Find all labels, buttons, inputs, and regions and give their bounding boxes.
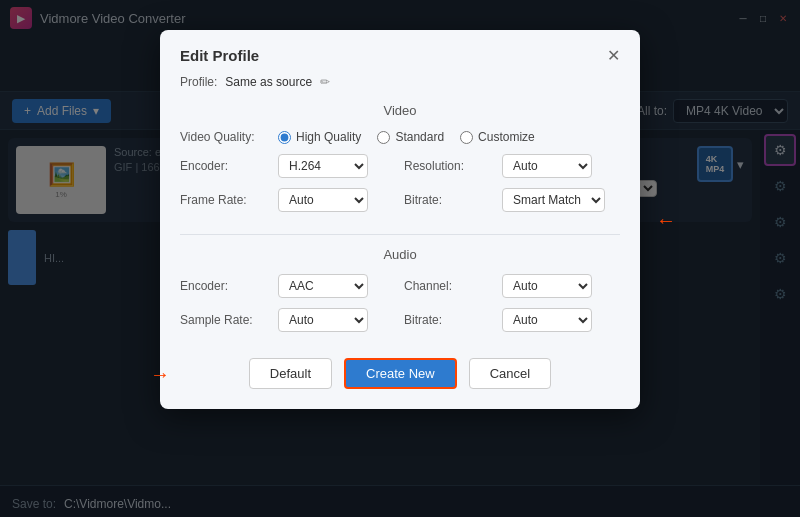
audio-encoder-row: Encoder: AAC	[180, 274, 396, 298]
profile-label: Profile:	[180, 75, 217, 89]
default-button[interactable]: Default	[249, 358, 332, 389]
gear-annotation-arrow: ←	[656, 208, 676, 231]
sample-rate-row: Sample Rate: Auto	[180, 308, 396, 332]
frame-rate-select[interactable]: Auto	[278, 188, 368, 212]
quality-standard-option[interactable]: Standard	[377, 130, 444, 144]
modal-overlay: Edit Profile ✕ Profile: Same as source ✏…	[0, 0, 800, 517]
audio-encoder-channel-row: Encoder: AAC Channel: Auto	[180, 274, 620, 308]
quality-customize-label: Customize	[478, 130, 535, 144]
video-section-title: Video	[180, 103, 620, 118]
audio-encoder-select[interactable]: AAC	[278, 274, 368, 298]
cancel-button[interactable]: Cancel	[469, 358, 551, 389]
encoder-select[interactable]: H.264	[278, 154, 368, 178]
modal-close-button[interactable]: ✕	[607, 46, 620, 65]
audio-bitrate-label: Bitrate:	[404, 313, 494, 327]
quality-customize-radio[interactable]	[460, 131, 473, 144]
profile-value: Same as source	[225, 75, 312, 89]
video-quality-label: Video Quality:	[180, 130, 270, 144]
encoder-label: Encoder:	[180, 159, 270, 173]
modal-footer: → Default Create New Cancel	[180, 358, 620, 389]
modal-title: Edit Profile	[180, 47, 259, 64]
divider	[180, 234, 620, 235]
quality-high-label: High Quality	[296, 130, 361, 144]
sample-rate-label: Sample Rate:	[180, 313, 270, 327]
audio-encoder-label: Encoder:	[180, 279, 270, 293]
samplerate-audiobitrate-row: Sample Rate: Auto Bitrate: Auto	[180, 308, 620, 342]
footer-arrow-icon: →	[150, 362, 170, 385]
profile-edit-icon[interactable]: ✏	[320, 75, 330, 89]
bitrate-label: Bitrate:	[404, 193, 494, 207]
edit-profile-modal: Edit Profile ✕ Profile: Same as source ✏…	[160, 30, 640, 409]
quality-standard-radio[interactable]	[377, 131, 390, 144]
channel-label: Channel:	[404, 279, 494, 293]
bitrate-row: Bitrate: Smart Match	[404, 188, 620, 212]
encoder-resolution-row: Encoder: H.264 Resolution: Auto	[180, 154, 620, 188]
audio-bitrate-row: Bitrate: Auto	[404, 308, 620, 332]
quality-high-option[interactable]: High Quality	[278, 130, 361, 144]
quality-high-radio[interactable]	[278, 131, 291, 144]
audio-section-title: Audio	[180, 247, 620, 262]
bitrate-select[interactable]: Smart Match	[502, 188, 605, 212]
create-new-button[interactable]: Create New	[344, 358, 457, 389]
modal-header: Edit Profile ✕	[180, 46, 620, 65]
resolution-label: Resolution:	[404, 159, 494, 173]
video-quality-row: Video Quality: High Quality Standard Cus…	[180, 130, 620, 144]
framerate-bitrate-row: Frame Rate: Auto Bitrate: Smart Match	[180, 188, 620, 222]
resolution-row: Resolution: Auto	[404, 154, 620, 178]
profile-row: Profile: Same as source ✏	[180, 75, 620, 89]
channel-row: Channel: Auto	[404, 274, 620, 298]
encoder-row: Encoder: H.264	[180, 154, 396, 178]
sample-rate-select[interactable]: Auto	[278, 308, 368, 332]
frame-rate-row: Frame Rate: Auto	[180, 188, 396, 212]
resolution-select[interactable]: Auto	[502, 154, 592, 178]
frame-rate-label: Frame Rate:	[180, 193, 270, 207]
quality-customize-option[interactable]: Customize	[460, 130, 535, 144]
quality-radio-group: High Quality Standard Customize	[278, 130, 535, 144]
channel-select[interactable]: Auto	[502, 274, 592, 298]
audio-bitrate-select[interactable]: Auto	[502, 308, 592, 332]
quality-standard-label: Standard	[395, 130, 444, 144]
